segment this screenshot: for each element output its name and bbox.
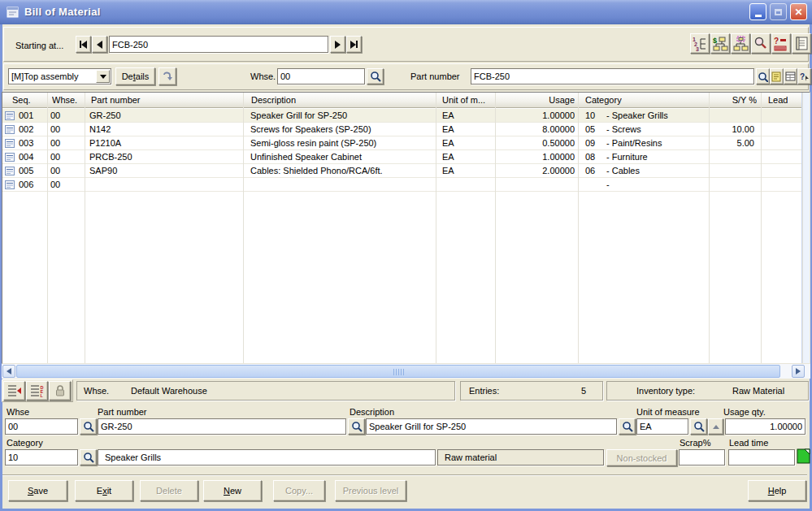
delete-button[interactable]: Delete [140,480,198,501]
notes-icon [793,36,810,52]
part-notes-button[interactable] [770,68,784,84]
filter-whse-input[interactable] [277,68,365,84]
status-whse-label: Whse. [84,386,109,396]
previous-record-button[interactable] [92,36,107,53]
exit-button[interactable]: Exit [75,480,133,501]
col-header-whse[interactable]: Whse. [52,95,77,105]
form-part-input[interactable] [98,418,346,435]
details-button[interactable]: Details [115,67,155,85]
vertical-scrollbar[interactable] [801,93,810,363]
copy-button[interactable]: Copy... [273,480,325,501]
part-detail-window-button[interactable] [784,68,797,84]
bom-levels-button[interactable]: 123 [690,33,710,54]
first-record-button[interactable] [76,36,91,53]
scroll-right-button[interactable] [792,365,805,378]
form-category-lookup-button[interactable] [80,449,97,466]
insert-line-button[interactable] [3,381,25,401]
non-stocked-button[interactable]: Non-stocked [606,449,677,466]
uom-spin-button[interactable] [708,418,723,435]
form-desc-input[interactable] [366,418,617,435]
close-button[interactable]: ✕ [790,3,807,20]
help-button[interactable]: Help [748,480,806,501]
col-header-seq[interactable]: Seq. [12,95,31,105]
search-icon [83,452,94,463]
lock-button[interactable] [49,381,71,401]
zoom-button[interactable] [751,33,771,54]
scroll-left-button[interactable] [2,365,15,378]
minimize-button[interactable] [749,3,766,20]
maximize-button[interactable] [770,3,787,20]
cell-description [250,179,434,191]
col-header-desc[interactable]: Description [251,95,296,105]
form-whse-label: Whse [7,407,29,417]
bom-table-body: 001 00 GR-250 Speaker Grill for SP-250 E… [2,109,810,363]
form-desc-lookup-button[interactable] [619,418,636,435]
col-header-lead[interactable]: Lead [768,95,788,105]
view-combobox[interactable]: [M]Top assembly [8,68,111,84]
table-row[interactable]: 006 00 - [2,178,810,192]
save-button[interactable]: Save [8,480,67,501]
drill-down-button[interactable] [158,67,176,85]
part-search-button[interactable] [756,68,770,84]
col-header-uom[interactable]: Unit of m... [442,95,485,105]
horizontal-scrollbar[interactable] [2,364,810,379]
starting-at-input[interactable] [109,36,328,53]
col-header-sy[interactable]: S/Y % [684,95,757,105]
form-uom-lookup-button[interactable] [690,418,707,435]
where-used-button[interactable]: ? [771,33,791,54]
table-row[interactable]: 001 00 GR-250 Speaker Grill for SP-250 E… [2,109,810,123]
last-record-button[interactable] [346,36,362,53]
cell-category-code: 06 [585,165,606,177]
combobox-dropdown-button[interactable] [96,70,110,83]
col-header-usage[interactable]: Usage [498,95,575,105]
form-uom-label: Unit of measure [636,407,700,417]
svg-text:3: 3 [696,46,699,52]
previous-level-button[interactable]: Previous level [335,480,406,501]
entries-value: 5 [581,386,586,396]
filter-part-input[interactable] [471,68,754,84]
form-whse-input[interactable] [5,418,78,435]
bom-structure-button[interactable] [731,33,750,54]
costed-bom-button[interactable]: $ [710,33,730,54]
filter-whse-lookup-button[interactable] [367,68,384,84]
cell-description: Cables: Shielded Phono/RCA/6ft. [250,165,434,177]
filter-part-label: Part number [410,71,460,81]
cell-whse: 00 [50,123,83,136]
new-button[interactable]: New [203,480,262,501]
table-row[interactable]: 004 00 PRCB-250 Unfinished Speaker Cabin… [2,150,810,164]
status-whse-value: Default Warehouse [131,386,207,396]
next-record-button[interactable] [330,36,345,53]
form-category-input[interactable] [5,449,78,466]
table-row[interactable]: 003 00 P1210A Semi-gloss resin paint (SP… [2,136,810,150]
invtype-display: Raw material [437,449,604,466]
cell-description: Speaker Grill for SP-250 [250,110,434,122]
costed-bom-icon: $ [712,36,728,52]
notes-button[interactable] [792,33,811,54]
delete-line-button[interactable]: DEL [26,381,48,401]
bill-of-material-window: Bill of Material ✕ Starting at... 123 $ … [0,0,812,511]
table-row[interactable]: 002 00 N142 Screws for Speakers (SP-250)… [2,123,810,136]
context-help-button[interactable]: ? [797,68,811,84]
form-scrap-input[interactable] [679,449,725,466]
window-title: Bill of Material [24,6,101,18]
search-icon [83,421,94,432]
col-header-category[interactable]: Category [585,95,622,105]
cell-unit-of-measure: EA [442,110,494,122]
form-whse-lookup-button[interactable] [80,418,97,435]
filter-toolbar: [M]Top assembly Details Whse. Part numbe… [3,63,809,90]
form-lead-input[interactable] [728,449,795,466]
table-row[interactable]: 005 00 SAP90 Cables: Shielded Phono/RCA/… [2,164,810,178]
table-header[interactable]: Seq. Whse. Part number Description Unit … [2,93,810,108]
row-item-icon [5,124,17,136]
form-uom-input[interactable] [636,418,688,435]
cell-part-number: N142 [89,123,242,136]
entries-label: Entries: [469,386,499,396]
form-usage-input[interactable] [725,418,805,435]
cell-seq: 002 [19,123,46,136]
scrollbar-thumb[interactable] [16,365,780,378]
form-part-lookup-button[interactable] [348,418,365,435]
row-item-icon [5,166,17,178]
col-header-part[interactable]: Part number [91,95,141,105]
up-arrow-icon [713,422,719,429]
form-desc-label: Description [350,407,394,417]
